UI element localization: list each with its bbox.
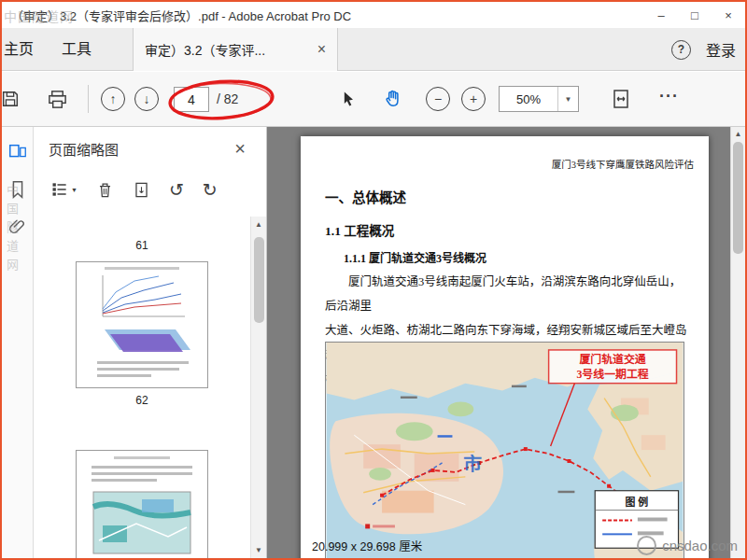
rotate-cw-icon[interactable]: ↻ [203,181,218,199]
thumbnail-options-icon[interactable]: ▼ [50,180,78,199]
tab-document-label: 审定）3.2（专家评... [145,40,310,59]
body-line: 厦门轨道交通3号线南起厦门火车站，沿湖滨东路向北穿仙岳山，后沿湖里 [325,270,690,318]
tab-close-icon[interactable]: × [317,41,326,58]
map-annotation-line2: 3号线一期工程 [576,368,648,381]
zoom-in-icon[interactable]: + [461,87,486,111]
extract-pages-icon[interactable] [133,181,150,199]
minimize-button[interactable]: – [644,2,678,28]
page-thumbnails-icon[interactable] [7,142,28,162]
scroll-up-icon[interactable]: ▲ [251,220,266,229]
panel-close-icon[interactable]: × [234,138,246,160]
acrobat-window: 中国隧道网 中国隧道网 cnsdao.com （审定）3.2（专家评审会后修改）… [0,0,747,560]
chevron-down-icon: ▼ [71,187,78,193]
zoom-level-select[interactable]: 50% ▼ [499,86,579,112]
thumbnail-page-63[interactable] [76,450,208,558]
sidebar-scrollbar[interactable]: ▲ ▼ [250,217,266,558]
select-tool-icon[interactable] [334,85,362,113]
page-running-header: 厦门3号线下穿鹰厦铁路风险评估 [552,157,694,171]
scroll-up-icon[interactable]: ▲ [731,130,745,138]
tab-bar: 主页 工具 审定）3.2（专家评... × ? 登录 [2,28,745,71]
map-annotation-line1: 厦门轨道交通 [579,353,645,366]
site-logo-icon [637,536,656,555]
thumbnail-page-62[interactable] [76,261,208,388]
maximize-button[interactable]: □ [678,2,712,28]
main-area: 页面缩略图 × ▼ ↺ ↻ 61 [2,127,745,558]
thumbnail-62-preview [77,262,207,387]
panel-header: 页面缩略图 × [34,127,266,170]
next-page-icon[interactable]: ↓ [134,87,159,111]
thumbnail-label: 61 [34,239,250,252]
thumbnail-list[interactable]: 61 [34,217,250,558]
previous-page-icon[interactable]: ↑ [101,87,125,111]
site-domain-label: cnsdao.com [662,538,738,553]
site-watermark-top: 中国隧道网 [4,7,74,25]
help-icon[interactable]: ? [671,40,691,60]
map-city-label: 市 [463,454,482,474]
main-toolbar: ↑ ↓ / 82 − + 50% ▼ ··· [2,72,745,127]
hand-tool-icon[interactable] [379,85,407,113]
more-tools-button[interactable]: ··· [659,87,679,106]
thumbnail-63-preview [77,451,207,558]
page-dimensions-label: 20.999 x 29.698 厘米 [312,537,422,554]
site-watermark-bottom: cnsdao.com [637,536,738,555]
thumbnails-panel: 页面缩略图 × ▼ ↺ ↻ 61 [34,127,267,558]
titlebar[interactable]: （审定）3.2（专家评审会后修改）.pdf - Adobe Acrobat Pr… [2,2,745,28]
map-legend-title: 图 例 [626,496,649,508]
tab-tools[interactable]: 工具 [50,28,103,71]
toolbar-separator [88,85,89,113]
site-watermark-left: 中国隧道网 [3,184,21,277]
document-scrollbar[interactable]: ▲ [730,127,745,558]
section-heading-1: 一、总体概述 [325,187,406,206]
scrollbar-thumb[interactable] [254,237,264,323]
route-map-figure: 厦门轨道交通 3号线一期工程 市 图 例 [325,342,684,558]
pdf-page: 厦门3号线下穿鹰厦铁路风险评估 一、总体概述 1.1 工程概况 1.1.1 厦门… [301,136,709,558]
document-view[interactable]: 厦门3号线下穿鹰厦铁路风险评估 一、总体概述 1.1 工程概况 1.1.1 厦门… [267,127,730,558]
page-total-label: / 82 [217,91,238,106]
page-number-input[interactable] [174,87,209,112]
tab-document[interactable]: 审定）3.2（专家评... × [133,28,338,71]
close-button[interactable]: × [712,2,745,28]
page-fit-icon[interactable] [607,85,635,113]
section-heading-3: 1.1.1 厦门轨道交通3号线概况 [344,249,486,266]
delete-pages-icon[interactable] [96,181,114,199]
chevron-down-icon[interactable]: ▼ [557,87,578,111]
tabbar-right: ? 登录 [671,28,736,71]
zoom-out-icon[interactable]: − [426,87,450,111]
save-icon[interactable] [0,85,24,113]
panel-toolbar: ▼ ↺ ↻ [34,170,266,209]
tab-home[interactable]: 主页 [0,28,45,71]
panel-title: 页面缩略图 [49,139,119,159]
login-button[interactable]: 登录 [706,38,736,61]
window-controls: – □ × [644,2,745,28]
scroll-down-icon[interactable]: ▼ [251,546,266,554]
section-heading-2: 1.1 工程概况 [325,220,394,239]
scrollbar-thumb[interactable] [733,142,743,254]
thumbnail-label: 62 [34,394,250,407]
print-icon[interactable] [43,85,71,113]
zoom-value: 50% [500,92,557,106]
rotate-ccw-icon[interactable]: ↺ [169,181,184,199]
